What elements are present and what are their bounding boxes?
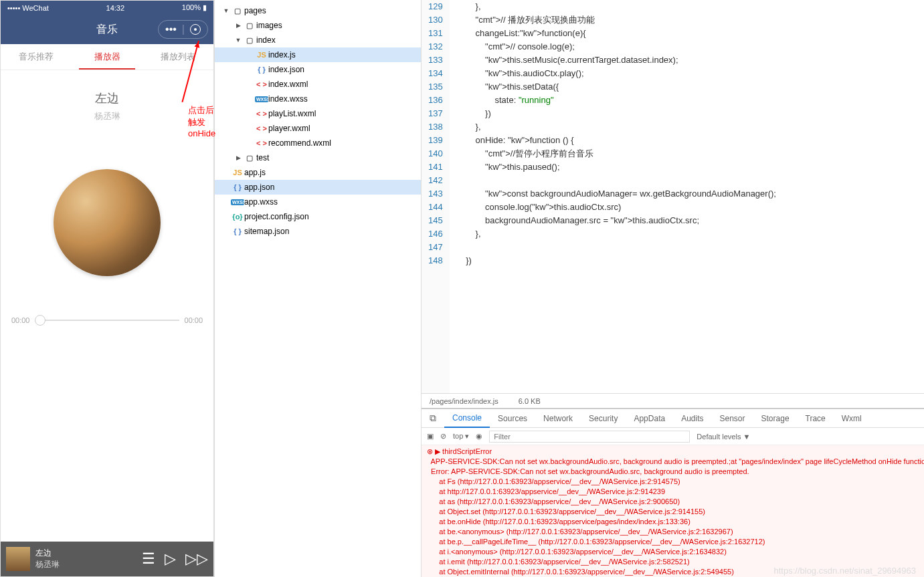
simulator-panel: ••••• WeChat 14:32 100% ▮ 音乐 ••• | 音乐推荐 … [0,0,214,577]
toggle-sidebar-icon[interactable]: ▣ [427,432,434,441]
console-output[interactable]: ⊗ ▶ thirdScriptError APP-SERVICE-SDK:Can… [422,445,924,577]
watermark: https://blog.csdn.net/sinat_29694963 [774,566,917,576]
progress-track[interactable] [35,320,179,321]
close-miniprogram-icon[interactable] [190,24,201,35]
file-size: 6.0 KB [519,397,541,405]
clear-console-icon[interactable]: ⊘ [440,432,446,441]
music-tabs: 音乐推荐 播放器 播放列表 [1,44,213,70]
console-line: at be.p.__callPageLifeTime__ (http://127… [427,537,919,547]
line-gutter: 1291301311321331341351361371381391401411… [422,0,450,393]
capsule-buttons[interactable]: ••• | [158,20,208,39]
tab-player[interactable]: 播放器 [72,44,143,70]
tab-playlist[interactable]: 播放列表 [143,44,213,70]
play-icon[interactable]: ▷ [165,550,176,568]
time-label: 14:32 [106,4,125,12]
filter-input[interactable] [489,431,690,443]
album-cover[interactable] [54,169,161,276]
devtools-tab-storage[interactable]: Storage [753,410,798,427]
tree-item-index[interactable]: ▼▢index [215,33,421,47]
code-editor[interactable]: 1291301311321331341351361371381391401411… [422,0,924,393]
devtools-tab-trace[interactable]: Trace [798,410,834,427]
time-current: 00:00 [11,316,30,324]
tree-item-images[interactable]: ▶▢images [215,18,421,33]
tree-item-index-json[interactable]: { }index.json [215,62,421,77]
nav-bar: 音乐 ••• | [1,15,213,44]
console-line: Error: APP-SERVICE-SDK:Can not set wx.ba… [427,467,919,477]
console-line: at Fs (http://127.0.0.1:63923/appservice… [427,477,919,487]
file-path: /pages/index/index.js [430,397,498,405]
time-total: 00:00 [185,316,203,324]
tree-item-sitemap-json[interactable]: { }sitemap.json [215,224,421,239]
devtools-tabs: ⧉ ConsoleSourcesNetworkSecurityAppDataAu… [422,409,924,428]
console-line: APP-SERVICE-SDK:Can not set wx.backgroun… [427,457,919,467]
more-icon[interactable]: ••• [165,23,177,35]
tree-item-app-wxss[interactable]: WXSSapp.wxss [215,195,421,209]
levels-select[interactable]: Default levels ▼ [697,433,750,441]
editor-statusbar: /pages/index/index.js 6.0 KB [422,393,924,408]
tree-item-app-js[interactable]: JSapp.js [215,165,421,180]
inspect-icon[interactable]: ⧉ [422,409,444,428]
battery-label: 100% ▮ [182,3,207,12]
tree-item-index-js[interactable]: JSindex.js [215,47,421,62]
devtools-tab-network[interactable]: Network [535,410,581,427]
console-line: at http://127.0.0.1:63923/appservice/__d… [427,487,919,497]
devtools-tab-audits[interactable]: Audits [673,410,711,427]
status-bar: ••••• WeChat 14:32 100% ▮ [1,1,213,15]
progress-bar[interactable]: 00:00 00:00 [11,316,203,324]
tree-item-recommend-wxml[interactable]: < >recommend.wxml [215,136,421,150]
devtools-tab-console[interactable]: Console [444,409,490,428]
devtools-panel: ⧉ ConsoleSourcesNetworkSecurityAppDataAu… [422,408,924,577]
tree-item-player-wxml[interactable]: < >player.wxml [215,121,421,136]
right-panel: 1291301311321331341351361371381391401411… [422,0,924,577]
devtools-tab-security[interactable]: Security [581,410,626,427]
mini-artist: 杨丞琳 [35,559,136,570]
devtools-tab-appdata[interactable]: AppData [626,410,673,427]
console-line: at be.onHide (http://127.0.0.1:63923/app… [427,517,919,527]
console-line: ⊗ ▶ thirdScriptError [427,447,919,457]
file-explorer[interactable]: ▼▢pages▶▢images▼▢indexJSindex.js{ }index… [214,0,422,577]
mini-player: 左边 杨丞琳 ☰ ▷ ▷▷ [1,542,213,576]
mini-title: 左边 [35,548,136,559]
context-select[interactable]: top ▾ [453,432,469,441]
tree-item-index-wxml[interactable]: < >index.wxml [215,77,421,92]
player-area: 左边 杨丞琳 00:00 00:00 [1,70,213,542]
console-line: at i.<anonymous> (http://127.0.0.1:63923… [427,547,919,557]
song-artist: 杨丞琳 [94,110,120,122]
playlist-icon[interactable]: ☰ [142,550,155,568]
tree-item-pages[interactable]: ▼▢pages [215,3,421,18]
tree-item-index-wxss[interactable]: WXSSindex.wxss [215,92,421,106]
console-toolbar: ▣ ⊘ top ▾ ◉ Default levels ▼ [422,428,924,445]
carrier-label: ••••• WeChat [7,4,49,12]
code-content[interactable]: }, "cmt">// 播放列表实现换曲功能 changeList:"kw">f… [450,0,783,393]
song-title: 左边 [95,90,119,106]
tab-recommend[interactable]: 音乐推荐 [1,44,72,70]
console-line: at Object.set (http://127.0.0.1:63923/ap… [427,507,919,517]
devtools-tab-wxml[interactable]: Wxml [834,410,870,427]
console-line: at be.<anonymous> (http://127.0.0.1:6392… [427,527,919,537]
console-line: at as (http://127.0.0.1:63923/appservice… [427,497,919,507]
tree-item-project-config-json[interactable]: {o}project.config.json [215,209,421,224]
mini-text: 左边 杨丞琳 [35,548,136,570]
tree-item-test[interactable]: ▶▢test [215,150,421,165]
mini-thumb[interactable] [6,547,30,571]
annotation-text: 点击后触发 onHide [188,104,215,138]
tree-item-playList-wxml[interactable]: < >playList.wxml [215,106,421,121]
tree-item-app-json[interactable]: { }app.json [215,180,421,195]
devtools-tab-sensor[interactable]: Sensor [712,410,753,427]
page-title: 音乐 [96,23,118,37]
devtools-tab-sources[interactable]: Sources [490,410,535,427]
eye-icon[interactable]: ◉ [476,432,482,441]
next-icon[interactable]: ▷▷ [185,550,208,568]
